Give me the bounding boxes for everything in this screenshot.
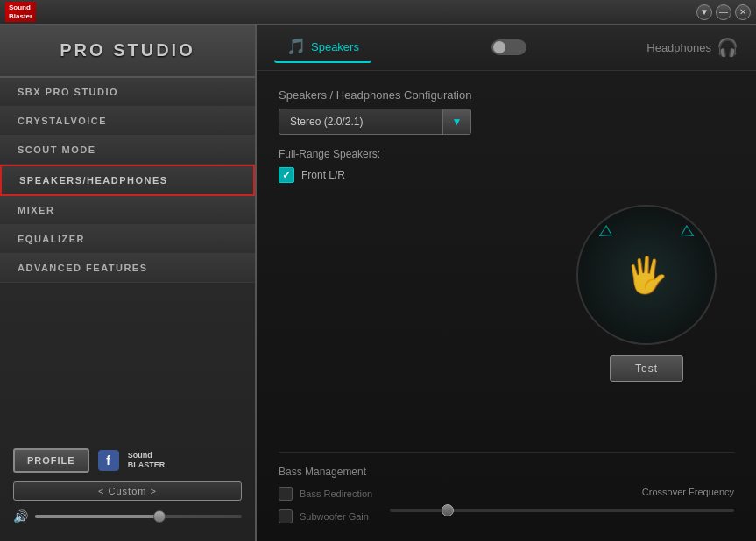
speaker-area: Full-Range Speakers: ✓ Front L/R ◁ ▷ 🖐 (279, 148, 734, 439)
content-area: 🎵 Speakers Headphones 🎧 Speakers / Headp… (257, 25, 756, 541)
bass-controls: Bass Redirection Subwoofer Gain Crossove… (279, 487, 734, 523)
bass-redirection-checkbox[interactable] (279, 487, 293, 501)
config-section: Speakers / Headphones Configuration Ster… (279, 88, 734, 135)
content-panel: Speakers / Headphones Configuration Ster… (257, 71, 756, 541)
bass-management: Bass Management Bass Redirection Subwoof… (279, 452, 734, 523)
crossover-slider[interactable] (390, 509, 734, 512)
soundblaster-small-logo: Sound BLASTER (128, 451, 166, 470)
volume-row: 🔊 (13, 509, 242, 523)
profile-button[interactable]: PROFILE (13, 448, 89, 473)
headphones-tab-label: Headphones (646, 41, 711, 54)
facebook-icon[interactable]: f (98, 450, 119, 471)
tab-toggle[interactable] (491, 39, 526, 55)
bass-right: Crossover Frequency (390, 487, 734, 512)
window-controls: ▼ — ✕ (696, 4, 751, 20)
config-select-value: Stereo (2.0/2.1) (279, 109, 442, 134)
sidebar-item-advanced[interactable]: ADVANCED FEATURES (0, 254, 255, 283)
bass-redirection-row: Bass Redirection (279, 487, 372, 501)
diagram-center-icon: 🖐 (625, 255, 668, 296)
checkbox-check-icon: ✓ (282, 169, 291, 181)
arrow-top-right: ▷ (679, 221, 699, 243)
sidebar-item-scout[interactable]: SCOUT MODE (0, 136, 255, 165)
subwoofer-gain-label: Subwoofer Gain (300, 511, 369, 522)
speakers-tab-label: Speakers (311, 40, 359, 53)
tab-bar: 🎵 Speakers Headphones 🎧 (257, 25, 756, 71)
config-dropdown-arrow[interactable]: ▼ (442, 109, 470, 134)
diagram-circle: ◁ ▷ 🖐 (576, 205, 717, 345)
crossover-label: Crossover Frequency (390, 487, 734, 497)
bass-redirection-label: Bass Redirection (300, 488, 372, 499)
logo-box: SoundBlaster (5, 2, 36, 22)
tab-separator (380, 39, 638, 55)
speaker-controls: Full-Range Speakers: ✓ Front L/R (279, 148, 541, 439)
sidebar-title: PRO STUDIO (9, 40, 246, 60)
volume-icon: 🔊 (13, 509, 28, 523)
title-bar: SoundBlaster ▼ — ✕ (0, 0, 756, 25)
sidebar: PRO STUDIO SBX PRO STUDIO CRYSTALVOICE S… (0, 25, 257, 541)
tab-speakers[interactable]: 🎵 Speakers (274, 32, 371, 63)
front-lr-checkbox[interactable]: ✓ (279, 167, 294, 183)
config-row: Stereo (2.0/2.1) ▼ (279, 109, 734, 135)
tab-headphones[interactable]: Headphones 🎧 (646, 37, 738, 58)
bass-left: Bass Redirection Subwoofer Gain (279, 487, 372, 523)
sidebar-item-equalizer[interactable]: EQUALIZER (0, 225, 255, 254)
headphones-icon: 🎧 (717, 37, 738, 58)
minimize-button[interactable]: ▼ (696, 4, 712, 20)
volume-fill (35, 515, 159, 518)
app-logo: SoundBlaster (5, 2, 36, 22)
test-button[interactable]: Test (610, 355, 683, 382)
subwoofer-gain-checkbox[interactable] (279, 509, 293, 523)
sidebar-item-mixer[interactable]: MIXER (0, 196, 255, 225)
close-button[interactable]: ✕ (735, 4, 751, 20)
front-lr-row: ✓ Front L/R (279, 167, 541, 183)
custom-dropdown[interactable]: < Custom > (13, 481, 242, 501)
tab-toggle-knob (493, 41, 505, 53)
speakers-tab-icon: 🎵 (286, 37, 306, 56)
subwoofer-gain-row: Subwoofer Gain (279, 509, 372, 523)
bass-title: Bass Management (279, 466, 734, 478)
sidebar-item-speakers[interactable]: SPEAKERS/HEADPHONES (0, 165, 255, 196)
sidebar-item-sbx[interactable]: SBX PRO STUDIO (0, 78, 255, 107)
volume-thumb[interactable] (153, 510, 166, 523)
volume-slider[interactable] (35, 515, 242, 518)
full-range-label: Full-Range Speakers: (279, 148, 541, 160)
logo-text: SoundBlaster (9, 4, 32, 20)
crossover-thumb[interactable] (442, 504, 454, 516)
arrow-top-left: ◁ (593, 221, 613, 243)
restore-button[interactable]: — (716, 4, 731, 20)
config-title: Speakers / Headphones Configuration (279, 88, 734, 102)
sidebar-item-crystalvoice[interactable]: CRYSTALVOICE (0, 107, 255, 136)
main-layout: PRO STUDIO SBX PRO STUDIO CRYSTALVOICE S… (0, 25, 756, 541)
front-lr-label: Front L/R (301, 169, 345, 181)
speaker-diagram: ◁ ▷ 🖐 Test (559, 148, 734, 439)
sidebar-header: PRO STUDIO (0, 25, 255, 78)
sidebar-bottom: PROFILE f Sound BLASTER < Custom > 🔊 (0, 439, 255, 532)
profile-row: PROFILE f Sound BLASTER (13, 448, 242, 473)
config-select[interactable]: Stereo (2.0/2.1) ▼ (279, 109, 471, 135)
